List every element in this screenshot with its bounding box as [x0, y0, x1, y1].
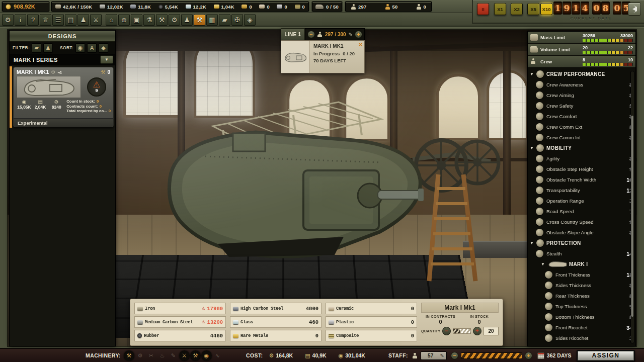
filter-type-button[interactable]: ♟ [43, 43, 53, 53]
sort-by-cost-button[interactable]: ◉ [75, 43, 85, 53]
documents-icon: ▤ [67, 16, 73, 24]
resource-glass: 12,2K [184, 4, 208, 10]
stat-row: Sides Thickness8 [528, 280, 635, 291]
drill-press-icon[interactable]: ⚒ [124, 350, 134, 361]
section-crew-performance[interactable]: ▼ CREW PERFORMANCE [528, 69, 635, 79]
line-status: In Progress0 / 20 [313, 51, 361, 56]
personnel-button[interactable]: ♟ [181, 14, 193, 26]
tank-shield-icon: ✠ [234, 16, 240, 24]
close-icon[interactable]: × [358, 42, 362, 48]
design-card-mark-i-mk1[interactable]: MARK I MK1 ⚙ -4 ⚒ 0 ⚠ 9 [13, 67, 114, 127]
newspaper-button[interactable]: ☰ [52, 14, 64, 26]
stat-row: Front Ricochet34 [528, 322, 635, 333]
ceramic-icon [329, 307, 334, 311]
design-tag: Experimental [14, 118, 113, 127]
speed-x5-button[interactable]: X5 [527, 3, 539, 15]
defense-contracts-button[interactable]: ✠ [231, 14, 243, 26]
line-staff-plus-button[interactable]: + [355, 31, 362, 38]
politics-button[interactable]: ♟ [77, 14, 89, 26]
market-button[interactable]: ▣ [131, 14, 142, 26]
scrollbar-thumb[interactable] [631, 116, 633, 317]
hammer-icon: ⚒ [197, 16, 203, 24]
rare-metals-icon [233, 334, 238, 338]
gear-icon: ⚙ [48, 99, 64, 105]
subsection-mark-i[interactable]: ▼ MARK I [528, 259, 635, 269]
lathe-icon[interactable]: ⚙ [135, 350, 145, 361]
section-mobility[interactable]: ▼ MOBILITY [528, 143, 635, 153]
production-button[interactable]: ⚒ [194, 14, 205, 26]
press-icon[interactable]: ⚔ [179, 350, 190, 361]
newspaper-icon: ☰ [55, 16, 61, 24]
reports-button[interactable]: ▤ [65, 14, 76, 26]
warning-triangle-icon: ⚠ [202, 319, 205, 325]
paint-station-icon[interactable]: ✎ [168, 350, 179, 361]
resource-rubber: 5,54K [156, 4, 180, 10]
sides-thickness-icon [545, 282, 552, 289]
staff-count-input[interactable]: 57 ✎ [421, 351, 447, 360]
info-button[interactable]: i [15, 14, 26, 26]
staff-minus-button[interactable]: − [451, 352, 458, 359]
quantity-slider[interactable] [453, 328, 471, 334]
materials-stock-display: 42,6K / 150K 12,02K 11,8K 5,54K 12,2K 1,… [51, 2, 309, 12]
vehicle-count: 0 / 50 [326, 4, 339, 10]
milling-machine-icon[interactable]: ✂ [146, 350, 156, 361]
help-button[interactable]: ? [27, 14, 39, 26]
crew-safety-icon [536, 102, 543, 110]
staff-plus-button[interactable]: + [525, 352, 532, 359]
sort-alphabetical-button[interactable]: A [87, 43, 97, 53]
agility-icon [536, 155, 543, 162]
iron-icon [137, 307, 143, 311]
steel-stack-icon: ▤ [32, 99, 48, 105]
roller-icon[interactable]: ∿ [212, 350, 223, 361]
rubber-icon [158, 5, 163, 9]
info-icon: i [20, 16, 21, 24]
line-staff-minus-button[interactable]: − [307, 31, 315, 38]
stat-row: Sides Ricochet3 [528, 333, 635, 343]
weight-icon [530, 34, 538, 41]
speed-x2-button[interactable]: X2 [511, 3, 523, 15]
money-bag-icon: ◉ [339, 352, 344, 359]
pause-button[interactable]: II [477, 3, 489, 15]
stat-row: Obstacle Trench Width10 [528, 174, 635, 185]
speed-x1-button[interactable]: X1 [494, 3, 506, 15]
vehicle-services-button[interactable]: ⚙ [169, 14, 180, 26]
resource-rare-metals: 1,04K [212, 4, 236, 10]
quantity-minus-button[interactable]: − [442, 327, 451, 335]
mark-i-tank [142, 95, 444, 271]
filter-vehicles-button[interactable]: ▰ [32, 43, 41, 53]
assign-button[interactable]: ASSIGN [577, 350, 635, 361]
world-map-button[interactable]: ⊕ [118, 14, 130, 26]
collapse-series-button[interactable]: ▼ [100, 55, 113, 64]
factory-button[interactable]: ⌂ [106, 14, 117, 26]
research-button[interactable]: ⚗ [143, 14, 155, 26]
plastic-icon [277, 5, 282, 9]
vehicles-button[interactable]: ▰ [219, 14, 230, 26]
shield-icon [536, 239, 544, 247]
components-button[interactable]: ▦ [206, 14, 218, 26]
notifications-button[interactable] [628, 3, 641, 16]
crew-awareness-icon [536, 81, 543, 88]
furnace-icon[interactable]: ♨ [157, 350, 168, 361]
workers-count: 297 [349, 4, 368, 10]
speed-x10-button[interactable]: X10 [540, 3, 552, 15]
grinder-icon[interactable]: ◉ [201, 350, 212, 361]
sort-by-resources-button[interactable]: ◆ [99, 43, 108, 53]
stat-row: Rear Thickness8 [528, 291, 635, 301]
upgrades-button[interactable]: ◈ [244, 14, 256, 26]
help-icon: ? [31, 16, 35, 24]
series-header[interactable]: MARK I SERIES ▼ [10, 54, 115, 65]
staff-slider[interactable] [461, 352, 522, 359]
step-height-icon [536, 165, 543, 173]
tank-gear-icon: ◈ [248, 16, 253, 24]
military-button[interactable]: ⚔ [90, 14, 102, 26]
material-row-high-carbon-steel: High Carbon Steel 4800 [230, 303, 321, 314]
stat-row: Agility8 [528, 153, 635, 164]
achievements-button[interactable]: ♕ [40, 14, 51, 26]
quantity-plus-button[interactable]: + [473, 327, 481, 335]
power-hammer-icon[interactable]: ⚒ [190, 350, 201, 361]
workshop-button[interactable]: ⚒ [156, 14, 168, 26]
section-protection[interactable]: ▼ PROTECTION [528, 238, 635, 248]
settings-button[interactable]: ⚙ [2, 14, 14, 26]
material-row-ceramic: Ceramic 0 [326, 303, 417, 314]
edit-icon[interactable]: ✎ [349, 32, 353, 37]
